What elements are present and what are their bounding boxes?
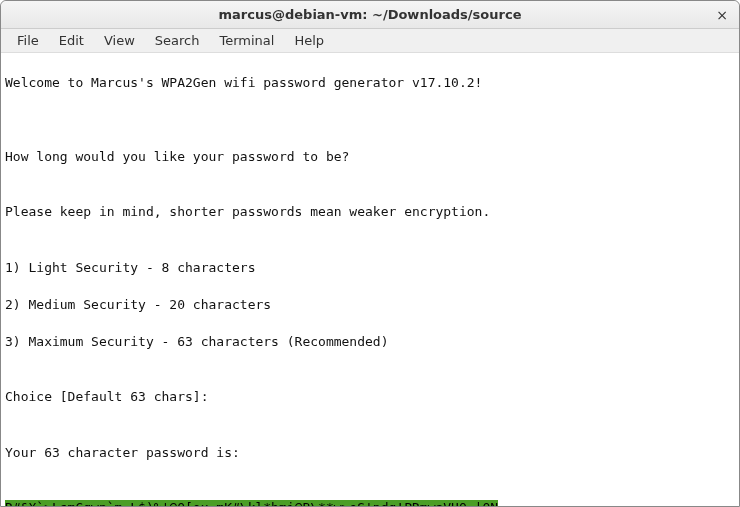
menubar: File Edit View Search Terminal Help (1, 29, 739, 53)
window-title: marcus@debian-vm: ~/Downloads/source (219, 7, 522, 22)
terminal-line: Your 63 character password is: (5, 444, 735, 463)
generated-password: R#&X`>LsmGqwn`m,L$)%'@O[ox;mK#\kl*hmi@B\… (5, 499, 735, 507)
terminal-line: Please keep in mind, shorter passwords m… (5, 203, 735, 222)
menu-file[interactable]: File (7, 33, 49, 48)
terminal-line: Choice [Default 63 chars]: (5, 388, 735, 407)
terminal-line: How long would you like your password to… (5, 148, 735, 167)
terminal-line: 2) Medium Security - 20 characters (5, 296, 735, 315)
window-titlebar: marcus@debian-vm: ~/Downloads/source × (1, 1, 739, 29)
menu-search[interactable]: Search (145, 33, 210, 48)
terminal-line: 3) Maximum Security - 63 characters (Rec… (5, 333, 735, 352)
password-highlight: R#&X`>LsmGqwn`m,L$)%'@O[ox;mK#\kl*hmi@B\… (5, 500, 498, 507)
terminal-line: Welcome to Marcus's WPA2Gen wifi passwor… (5, 74, 735, 93)
terminal-output[interactable]: Welcome to Marcus's WPA2Gen wifi passwor… (1, 53, 739, 507)
close-icon[interactable]: × (715, 8, 729, 22)
menu-terminal[interactable]: Terminal (209, 33, 284, 48)
menu-edit[interactable]: Edit (49, 33, 94, 48)
menu-view[interactable]: View (94, 33, 145, 48)
menu-help[interactable]: Help (284, 33, 334, 48)
terminal-line: 1) Light Security - 8 characters (5, 259, 735, 278)
